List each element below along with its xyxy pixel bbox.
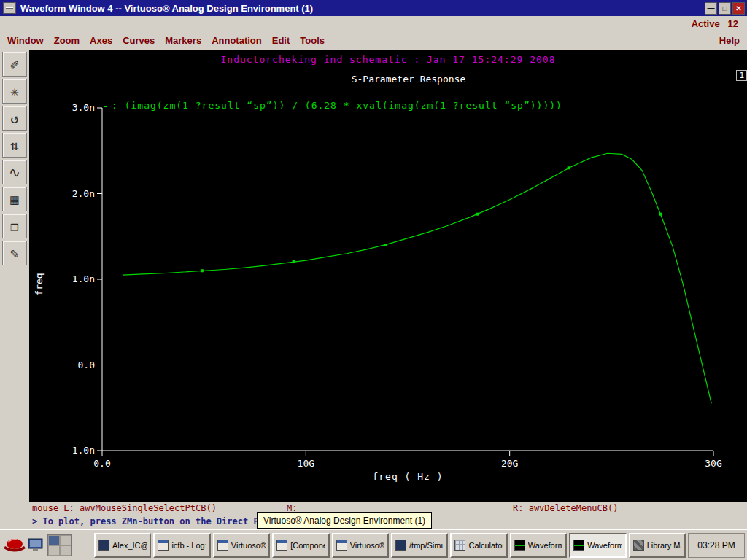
previous-view-icon: ↺ xyxy=(10,110,18,126)
copy-window-button[interactable]: ❐ xyxy=(2,214,27,238)
x-axis-label: freq ( Hz ) xyxy=(335,471,481,482)
menu-bar: WindowZoomAxesCurvesMarkersAnnotationEdi… xyxy=(0,31,747,50)
curve-point-marker xyxy=(476,213,479,216)
curve-point-marker xyxy=(659,213,662,216)
redhat-menu-button[interactable] xyxy=(2,535,27,556)
taskbar-button-label: Alex_IC@ xyxy=(112,541,147,550)
taskbar-button-label: Virtuoso® xyxy=(350,541,384,550)
curve-point-marker xyxy=(384,244,387,246)
monitor-icon xyxy=(27,537,44,554)
zoom-fit-button[interactable]: ✳ xyxy=(2,79,27,104)
close-button[interactable]: ✕ xyxy=(732,2,745,15)
annotate-button[interactable]: ✎ xyxy=(2,241,27,265)
taskbar-button-label: Waveform xyxy=(587,541,622,550)
clock: 03:28 PM xyxy=(688,533,745,558)
menu-window[interactable]: Window xyxy=(7,35,44,46)
y-tick-label: 1.0n xyxy=(72,273,95,284)
curve-point-marker xyxy=(201,269,204,272)
menu-help[interactable]: Help xyxy=(719,35,740,46)
mouse-right-binding: R: awvDeleteMenuCB() xyxy=(513,503,619,513)
session-status-row: Active 12 xyxy=(0,16,747,31)
taskbar-button-label: Calculator xyxy=(468,541,503,550)
taskbar-button-9[interactable]: Waveform xyxy=(569,533,626,558)
taskbar-button-7[interactable]: Calculator xyxy=(450,533,507,558)
taskbar-button-label: /tmp/Simu xyxy=(409,541,444,550)
taskbar-button-label: Virtuoso® xyxy=(231,541,266,550)
trace-curve[interactable] xyxy=(123,153,711,403)
probe-icon: ✐ xyxy=(10,56,18,72)
copy-window-icon: ❐ xyxy=(10,218,18,234)
y-tick-label: 2.0n xyxy=(72,188,95,199)
taskbar-button-label: Library Ma xyxy=(647,541,681,550)
taskbar-tooltip: Virtuoso® Analog Design Environment (1) xyxy=(257,512,432,529)
calculator-button[interactable]: ▦ xyxy=(2,187,27,211)
taskbar-button-10[interactable]: Library Ma xyxy=(629,533,686,558)
desktop-applet-button[interactable] xyxy=(27,537,44,554)
taskbar-button-6[interactable]: /tmp/Simu xyxy=(391,533,448,558)
menu-edit[interactable]: Edit xyxy=(272,35,290,46)
menu-annotation[interactable]: Annotation xyxy=(212,35,262,46)
taskbar-button-1[interactable]: Alex_IC@ xyxy=(94,533,151,558)
plot-svg: 3.0n2.0n1.0n0.0-1.0n0.010G20G30G xyxy=(29,50,747,502)
menu-markers[interactable]: Markers xyxy=(165,35,201,46)
window-icon xyxy=(276,540,287,551)
y-tick-label: 3.0n xyxy=(72,102,95,113)
terminal-icon xyxy=(395,540,406,551)
active-status-label: Active xyxy=(692,18,720,29)
terminal-icon xyxy=(98,540,109,551)
taskbar-button-label: [Compone xyxy=(290,541,325,550)
workspace-2[interactable] xyxy=(60,535,71,545)
taskbar-button-8[interactable]: Waveform xyxy=(510,533,567,558)
zoom-fit-icon: ✳ xyxy=(10,83,18,99)
menu-tools[interactable]: Tools xyxy=(300,35,325,46)
annotate-icon: ✎ xyxy=(10,245,18,261)
workspace-4[interactable] xyxy=(60,545,71,556)
taskbar-button-5[interactable]: Virtuoso® xyxy=(332,533,389,558)
title-bar: Waveform Window 4 -- Virtuoso® Analog De… xyxy=(0,0,747,16)
window-controls: — □ ✕ xyxy=(705,2,747,15)
menu-curves[interactable]: Curves xyxy=(123,35,155,46)
task-buttons: Alex_IC@icfb - Log:Virtuoso®[ComponeVirt… xyxy=(94,533,686,558)
swap-axes-button[interactable]: ⇅ xyxy=(2,133,27,158)
strip-chart-button[interactable]: ∿ xyxy=(2,160,27,184)
menu-axes[interactable]: Axes xyxy=(90,35,112,46)
x-tick-label: 20G xyxy=(501,458,519,469)
curve-point-marker xyxy=(568,166,570,169)
swap-axes-icon: ⇅ xyxy=(10,137,18,153)
waveform-icon xyxy=(514,540,525,551)
workspace-3[interactable] xyxy=(48,545,60,556)
library-icon xyxy=(633,540,644,551)
curve-point-marker xyxy=(293,260,295,262)
x-tick-label: 0.0 xyxy=(93,458,110,469)
workspace-1[interactable] xyxy=(48,535,60,545)
virtuoso-waveform-window: Waveform Window 4 -- Virtuoso® Analog De… xyxy=(0,0,747,560)
mouse-left-binding: mouse L: awvMouseSingleSelectPtCB() xyxy=(32,503,217,513)
plot-area: Inductorcheking ind schematic : Jan 17 1… xyxy=(29,50,747,502)
window-menu-button[interactable] xyxy=(3,2,16,14)
taskbar-button-3[interactable]: Virtuoso® xyxy=(213,533,270,558)
taskbar-button-label: Waveform xyxy=(528,541,562,550)
minimize-button[interactable]: — xyxy=(705,2,717,15)
taskbar-button-4[interactable]: [Compone xyxy=(272,533,329,558)
calculator-icon xyxy=(454,540,465,551)
taskbar-button-2[interactable]: icfb - Log: xyxy=(153,533,210,558)
waveform-icon xyxy=(573,540,584,551)
menu-zoom[interactable]: Zoom xyxy=(54,35,80,46)
window-menu-icon xyxy=(6,7,13,9)
x-tick-label: 10G xyxy=(298,458,315,469)
y-tick-label: 0.0 xyxy=(78,359,95,370)
tool-column: ✐✳↺⇅∿▦❐✎ xyxy=(0,50,29,502)
window-icon xyxy=(158,540,169,551)
redhat-icon xyxy=(2,535,27,556)
taskbar: Alex_IC@icfb - Log:Virtuoso®[ComponeVirt… xyxy=(0,529,747,560)
workspace-pager xyxy=(47,534,72,556)
maximize-button[interactable]: □ xyxy=(719,2,731,15)
active-status-count: 12 xyxy=(728,18,738,29)
previous-view-button[interactable]: ↺ xyxy=(2,106,27,131)
strip-chart-icon: ∿ xyxy=(9,164,20,180)
y-tick-label: -1.0n xyxy=(66,445,95,456)
probe-button[interactable]: ✐ xyxy=(2,52,27,77)
calculator-icon: ▦ xyxy=(10,191,18,207)
x-tick-label: 30G xyxy=(705,458,722,469)
window-title: Waveform Window 4 -- Virtuoso® Analog De… xyxy=(20,3,313,14)
